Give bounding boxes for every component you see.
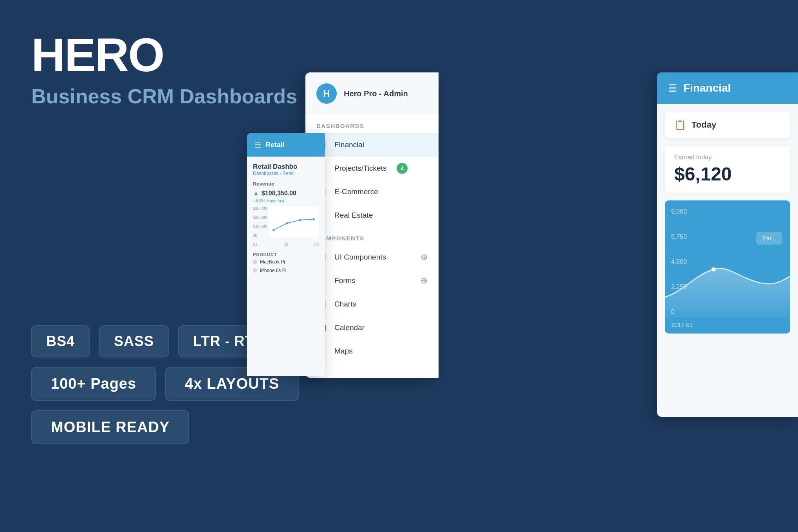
badge-pages: 100+ Pages [31,367,156,401]
retail-product-item-1: iPhone 6s Pl [253,268,319,273]
badge-sass: SASS [99,325,169,357]
avatar: H [316,83,337,104]
retail-x-labels: 01 02 03 [253,242,319,247]
product-dot-0 [253,260,257,264]
ecommerce-label: E-Commerce [334,188,378,196]
hero-subtitle: Business CRM Dashboards [31,85,297,108]
y-label-3: $0 [253,233,267,238]
svg-point-30 [711,267,716,271]
chart-y-0: 9,000 [671,208,687,215]
badge-row-3: MOBILE READY [31,410,299,444]
product-name-0: MacBook Pr [260,259,285,265]
earned-label: Earned today [674,154,781,161]
financial-chart-svg [665,234,790,318]
svg-point-3 [313,218,315,220]
sidebar-item-calendar[interactable]: Calendar [305,316,439,339]
today-calendar-icon: 📋 [674,119,686,130]
ui-components-label: UI Components [334,253,386,261]
retail-header: ☰ Retail [247,133,325,157]
retail-product-label: PRODUCT [253,252,319,257]
projects-label: Projects/Tickets [334,164,386,173]
svg-point-0 [273,229,274,231]
financial-menu-icon: ☰ [668,82,677,94]
financial-earned-card: Earned today $6,120 [665,146,790,193]
chart-tooltip: Ear... [756,232,782,245]
retail-y-labels: $30,000 $20,000 $10,000 $0 [253,206,267,238]
svg-point-2 [300,219,302,221]
sidebar-components-label: Components [305,227,439,245]
x-label-2: 03 [314,242,319,247]
y-label-1: $20,000 [253,215,267,220]
sidebar-item-charts[interactable]: Charts [305,292,439,316]
expand-icon-forms[interactable]: ⊕ [421,276,428,286]
product-dot-1 [253,269,257,272]
projects-badge: 4 [397,163,408,174]
product-name-1: iPhone 6s Pl [260,268,286,273]
sidebar-user: H Hero Pro - Admin [305,72,439,115]
financial-chart-area: 9,000 6,750 4,500 2,250 0 2017-01 Ear... [665,200,790,334]
financial-today-label: Today [691,120,716,130]
chart-x-label: 2017-01 [671,321,693,328]
retail-revenue-label: Revenue [253,181,319,187]
maps-label: Maps [334,347,352,355]
retail-product-section: PRODUCT MacBook Pr iPhone 6s Pl [253,252,319,273]
financial-label: Financial [334,141,364,149]
y-label-0: $30,000 [253,206,267,211]
financial-header: ☰ Financial [657,72,798,104]
sidebar-item-ecommerce[interactable]: E-Commerce [305,180,439,204]
hero-section: HERO Business CRM Dashboards [31,31,297,108]
x-label-0: 01 [253,242,257,247]
expand-icon-ui[interactable]: ⊕ [421,252,428,262]
retail-chart-container: $30,000 $20,000 $10,000 $0 [253,206,319,242]
sidebar-item-projects[interactable]: Projects/Tickets 4 [305,157,439,180]
sidebar-item-ui-components[interactable]: UI Components ⊕ [305,245,439,269]
financial-title: Financial [683,82,731,94]
svg-point-1 [286,222,288,224]
y-label-2: $10,000 [253,224,267,229]
calendar-label: Calendar [334,323,365,332]
retail-title: Retail [265,141,285,149]
sidebar-panel: H Hero Pro - Admin Dashboards Financial … [305,72,439,378]
trend-up-icon: ▲ [253,190,259,197]
earned-value: $6,120 [674,163,781,185]
financial-panel: ☰ Financial 📋 Today Earned today $6,120 … [657,72,798,417]
hero-title: HERO [31,31,297,78]
badge-mobile-ready: MOBILE READY [31,410,189,444]
sidebar-item-forms[interactable]: Forms ⊕ [305,269,439,292]
retail-product-item-0: MacBook Pr [253,259,319,265]
retail-growth: +8.3% since last [253,198,319,203]
sidebar-item-realestate[interactable]: Real Estate [305,204,439,227]
sidebar-username: Hero Pro - Admin [344,89,408,98]
financial-today-card: 📋 Today [665,112,790,138]
retail-dash-title: Retail Dashbo [253,163,319,171]
badge-bs4: BS4 [31,325,90,357]
retail-body: Retail Dashbo Dashboards › Retail Revenu… [247,157,325,283]
menu-icon: ☰ [255,140,262,150]
x-label-1: 02 [283,242,288,247]
sidebar-item-maps[interactable]: Maps [305,339,439,363]
realestate-label: Real Estate [334,211,373,220]
charts-label: Charts [334,300,356,308]
retail-chart [269,206,319,238]
retail-amount: $108,350.00 [262,190,296,197]
forms-label: Forms [334,276,356,285]
retail-breadcrumb: Dashboards › Retail [253,171,319,176]
sidebar-item-financial[interactable]: Financial [305,133,439,157]
retail-panel: ☰ Retail Retail Dashbo Dashboards › Reta… [247,133,325,376]
sidebar-dashboards-label: Dashboards [305,115,439,133]
